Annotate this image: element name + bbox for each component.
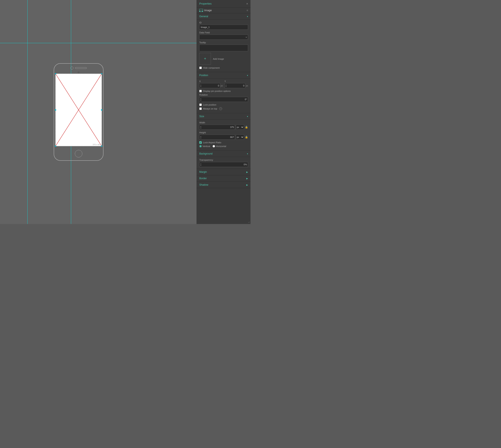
lock-position-checkbox[interactable] (199, 103, 202, 106)
rotation-up-arrow: ▲ (200, 98, 202, 99)
always-on-top-checkbox[interactable] (199, 107, 202, 110)
y-input-group: ▲ ▼ 0 px (225, 83, 248, 88)
component-name: Image (199, 9, 212, 12)
data-field-label: Data Field (199, 31, 248, 34)
margin-section-label: Margin (199, 171, 207, 173)
lock-aspect-ratio-row: Lock Aspect Ratio (199, 141, 248, 144)
height-unit-select[interactable]: px % (236, 135, 244, 140)
component-icon (199, 9, 203, 12)
component-label: Image (204, 9, 212, 12)
rotation-down-arrow: ▼ (200, 99, 202, 101)
data-field-select[interactable] (199, 35, 248, 40)
transparency-arrows[interactable]: ▲ ▼ (200, 163, 202, 166)
image-placeholder[interactable]: ⊕ 375 x 667 (55, 74, 102, 146)
transparency-row: ▲ ▼ 0% (199, 162, 248, 167)
data-field-wrapper (199, 35, 248, 40)
general-section-header[interactable]: General ▾ (197, 13, 250, 20)
horizontal-radio[interactable] (213, 145, 215, 147)
canvas-area[interactable]: ⊕ 375 x 667 (0, 0, 197, 224)
margin-section-header[interactable]: Margin ▶ (197, 169, 250, 175)
height-down-arrow: ▼ (200, 137, 202, 139)
horizontal-label: Horizontal (216, 145, 226, 147)
background-section-header[interactable]: Background ▾ (197, 151, 250, 157)
always-on-top-help-icon[interactable]: ? (219, 107, 222, 110)
y-up-arrow: ▲ (225, 84, 227, 86)
close-button[interactable]: × (246, 2, 248, 5)
rotation-row: ▲ ▼ 0° (199, 97, 248, 102)
width-lock-icon[interactable]: 🔒 (245, 126, 248, 128)
phone-frame: ⊕ 375 x 667 (54, 63, 104, 161)
height-up-arrow: ▲ (200, 136, 202, 137)
guide-vertical-left (27, 0, 28, 224)
vertical-radio[interactable] (199, 145, 202, 147)
hide-component-label[interactable]: Hide component (203, 66, 219, 69)
display-pin-checkbox[interactable] (199, 90, 202, 92)
move-cursor-icon: ⊕ (77, 70, 80, 74)
lock-aspect-ratio-checkbox[interactable] (199, 141, 202, 144)
tooltip-input[interactable] (199, 45, 248, 51)
transparency-up-arrow: ▲ (200, 163, 202, 164)
always-on-top-label[interactable]: Always on top (203, 107, 217, 110)
shadow-section-header[interactable]: Shadow ▶ (197, 182, 250, 188)
add-image-area: + Add Image (199, 53, 248, 65)
position-section-header[interactable]: Position ▾ (197, 72, 250, 79)
hide-component-checkbox[interactable] (199, 66, 202, 69)
border-section-label: Border (199, 177, 207, 180)
xy-container: X ▲ ▼ 0 px Y (199, 80, 248, 88)
panel-title: Properties (199, 2, 212, 5)
add-image-button[interactable]: + (199, 53, 211, 64)
height-lock-icon[interactable]: 🔒 (245, 136, 248, 139)
resize-handle[interactable]: ⊿ (248, 221, 250, 223)
guide-horizontal (0, 43, 197, 43)
rotation-arrows[interactable]: ▲ ▼ (200, 98, 202, 101)
component-menu-icon[interactable]: ≡ (247, 9, 248, 12)
vertical-radio-label[interactable]: Vertical (199, 145, 210, 147)
y-arrows[interactable]: ▲ ▼ (225, 84, 227, 87)
rotation-input-wrapper: ▲ ▼ 0° (199, 97, 248, 102)
width-input-group: ▲ ▼ 375 px % 🔒 (199, 125, 248, 130)
add-image-label: Add Image (213, 58, 224, 60)
phone-camera (71, 66, 73, 69)
width-up-arrow: ▲ (200, 126, 202, 127)
background-section-content: Transparency ▲ ▼ 0% (197, 157, 250, 169)
tooltip-label: Tooltip (199, 41, 248, 44)
x-up-arrow: ▲ (200, 84, 202, 86)
plus-icon: + (204, 57, 206, 61)
svg-rect-4 (200, 9, 203, 11)
size-chevron-icon: ▾ (247, 115, 248, 118)
width-value: 375 (202, 126, 235, 128)
lock-aspect-ratio-label[interactable]: Lock Aspect Ratio (203, 141, 221, 144)
size-section-header[interactable]: Size ▾ (197, 113, 250, 120)
x-input-group: ▲ ▼ 0 px (199, 83, 223, 88)
x-label: X (199, 80, 223, 82)
lock-position-row: Lock position (199, 103, 248, 106)
svg-rect-5 (200, 11, 202, 12)
lock-position-label[interactable]: Lock position (203, 103, 216, 106)
border-section-header[interactable]: Border ▶ (197, 175, 250, 182)
position-section-label: Position (199, 74, 208, 77)
y-unit-label: px (246, 85, 248, 87)
width-unit-select[interactable]: px % (236, 125, 244, 130)
horizontal-radio-label[interactable]: Horizontal (213, 145, 226, 147)
position-section-content: X ▲ ▼ 0 px Y (197, 79, 250, 113)
height-value: 667 (202, 136, 235, 138)
x-input-wrapper: ▲ ▼ 0 (199, 83, 220, 88)
display-pin-row: Display pin position options (199, 90, 248, 92)
transparency-value: 0% (202, 163, 248, 166)
display-pin-label[interactable]: Display pin position options (203, 90, 231, 92)
phone-mockup: ⊕ 375 x 667 (54, 63, 104, 161)
background-section-label: Background (199, 152, 213, 155)
phone-top-bar (71, 66, 87, 69)
transparency-label: Transparency (199, 159, 248, 161)
vertical-label: Vertical (203, 145, 210, 147)
hide-component-row: Hide component (199, 66, 248, 69)
size-section-label: Size (199, 115, 204, 118)
width-arrows[interactable]: ▲ ▼ (200, 126, 202, 129)
height-arrows[interactable]: ▲ ▼ (200, 136, 202, 139)
x-arrows[interactable]: ▲ ▼ (200, 84, 202, 87)
y-input-wrapper: ▲ ▼ 0 (225, 83, 246, 88)
orientation-radio-group: Vertical Horizontal (199, 145, 248, 147)
id-input[interactable] (199, 25, 248, 30)
margin-arrow-icon: ▶ (246, 171, 248, 173)
component-row: Image ≡ (197, 7, 250, 13)
